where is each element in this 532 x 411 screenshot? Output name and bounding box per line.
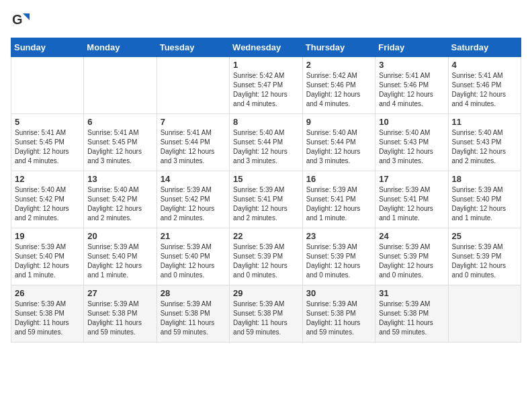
calendar-cell: 17Sunrise: 5:39 AM Sunset: 5:41 PM Dayli… — [375, 171, 448, 228]
calendar-cell: 28Sunrise: 5:39 AM Sunset: 5:38 PM Dayli… — [157, 285, 229, 342]
column-header-sunday: Sunday — [11, 38, 84, 57]
column-header-friday: Friday — [375, 38, 448, 57]
day-number: 28 — [161, 288, 226, 298]
day-info: Sunrise: 5:39 AM Sunset: 5:39 PM Dayligh… — [306, 242, 371, 280]
calendar-cell: 15Sunrise: 5:39 AM Sunset: 5:41 PM Dayli… — [230, 171, 303, 228]
day-info: Sunrise: 5:39 AM Sunset: 5:39 PM Dayligh… — [379, 242, 444, 280]
column-header-wednesday: Wednesday — [230, 38, 303, 57]
day-number: 22 — [233, 231, 299, 241]
day-number: 8 — [233, 117, 299, 127]
day-info: Sunrise: 5:39 AM Sunset: 5:38 PM Dayligh… — [306, 300, 371, 337]
calendar-cell: 27Sunrise: 5:39 AM Sunset: 5:38 PM Dayli… — [84, 285, 157, 342]
day-number: 5 — [15, 117, 80, 127]
column-header-tuesday: Tuesday — [157, 38, 229, 57]
day-number: 9 — [306, 117, 371, 127]
calendar-cell: 23Sunrise: 5:39 AM Sunset: 5:39 PM Dayli… — [302, 228, 375, 285]
day-info: Sunrise: 5:39 AM Sunset: 5:42 PM Dayligh… — [161, 185, 226, 223]
day-number: 6 — [87, 117, 152, 127]
day-number: 26 — [15, 288, 80, 298]
calendar-cell — [11, 57, 84, 114]
calendar-cell: 31Sunrise: 5:39 AM Sunset: 5:38 PM Dayli… — [375, 285, 448, 342]
day-number: 31 — [379, 288, 444, 298]
day-info: Sunrise: 5:39 AM Sunset: 5:38 PM Dayligh… — [233, 300, 299, 337]
calendar-header-row: SundayMondayTuesdayWednesdayThursdayFrid… — [11, 38, 521, 57]
calendar-table: SundayMondayTuesdayWednesdayThursdayFrid… — [11, 38, 521, 342]
day-info: Sunrise: 5:41 AM Sunset: 5:45 PM Dayligh… — [87, 128, 152, 166]
day-info: Sunrise: 5:41 AM Sunset: 5:46 PM Dayligh… — [379, 71, 444, 109]
day-info: Sunrise: 5:41 AM Sunset: 5:46 PM Dayligh… — [452, 71, 518, 109]
calendar-cell — [448, 285, 521, 342]
calendar-cell: 3Sunrise: 5:41 AM Sunset: 5:46 PM Daylig… — [375, 57, 448, 114]
day-info: Sunrise: 5:39 AM Sunset: 5:38 PM Dayligh… — [161, 300, 226, 337]
day-number: 10 — [379, 117, 444, 127]
calendar-cell: 1Sunrise: 5:42 AM Sunset: 5:47 PM Daylig… — [230, 57, 303, 114]
week-row-5: 26Sunrise: 5:39 AM Sunset: 5:38 PM Dayli… — [11, 285, 521, 342]
day-number: 11 — [452, 117, 518, 127]
calendar-cell: 11Sunrise: 5:40 AM Sunset: 5:43 PM Dayli… — [448, 114, 521, 171]
svg-marker-1 — [23, 13, 30, 20]
day-info: Sunrise: 5:40 AM Sunset: 5:44 PM Dayligh… — [306, 128, 371, 166]
column-header-monday: Monday — [84, 38, 157, 57]
calendar-cell: 5Sunrise: 5:41 AM Sunset: 5:45 PM Daylig… — [11, 114, 84, 171]
day-info: Sunrise: 5:39 AM Sunset: 5:39 PM Dayligh… — [452, 242, 518, 280]
day-number: 27 — [87, 288, 152, 298]
calendar-cell: 21Sunrise: 5:39 AM Sunset: 5:40 PM Dayli… — [157, 228, 229, 285]
calendar-cell: 13Sunrise: 5:40 AM Sunset: 5:42 PM Dayli… — [84, 171, 157, 228]
day-number: 4 — [452, 60, 518, 70]
calendar-cell: 7Sunrise: 5:41 AM Sunset: 5:44 PM Daylig… — [157, 114, 229, 171]
day-info: Sunrise: 5:39 AM Sunset: 5:41 PM Dayligh… — [379, 185, 444, 223]
day-info: Sunrise: 5:41 AM Sunset: 5:45 PM Dayligh… — [15, 128, 80, 166]
day-number: 18 — [452, 174, 518, 184]
calendar-cell: 20Sunrise: 5:39 AM Sunset: 5:40 PM Dayli… — [84, 228, 157, 285]
logo-icon: G — [11, 11, 30, 30]
day-info: Sunrise: 5:39 AM Sunset: 5:41 PM Dayligh… — [233, 185, 299, 223]
calendar-cell: 10Sunrise: 5:40 AM Sunset: 5:43 PM Dayli… — [375, 114, 448, 171]
week-row-2: 5Sunrise: 5:41 AM Sunset: 5:45 PM Daylig… — [11, 114, 521, 171]
calendar-cell: 24Sunrise: 5:39 AM Sunset: 5:39 PM Dayli… — [375, 228, 448, 285]
calendar-cell: 19Sunrise: 5:39 AM Sunset: 5:40 PM Dayli… — [11, 228, 84, 285]
calendar-cell: 16Sunrise: 5:39 AM Sunset: 5:41 PM Dayli… — [302, 171, 375, 228]
day-number: 25 — [452, 231, 518, 241]
calendar-cell — [84, 57, 157, 114]
day-number: 16 — [306, 174, 371, 184]
calendar-cell: 30Sunrise: 5:39 AM Sunset: 5:38 PM Dayli… — [302, 285, 375, 342]
day-info: Sunrise: 5:39 AM Sunset: 5:38 PM Dayligh… — [15, 300, 80, 337]
day-info: Sunrise: 5:39 AM Sunset: 5:40 PM Dayligh… — [15, 242, 80, 280]
day-number: 2 — [306, 60, 371, 70]
day-number: 3 — [379, 60, 444, 70]
day-info: Sunrise: 5:42 AM Sunset: 5:46 PM Dayligh… — [306, 71, 371, 109]
calendar-cell: 4Sunrise: 5:41 AM Sunset: 5:46 PM Daylig… — [448, 57, 521, 114]
day-info: Sunrise: 5:40 AM Sunset: 5:42 PM Dayligh… — [15, 185, 80, 223]
day-number: 1 — [233, 60, 299, 70]
day-number: 21 — [161, 231, 226, 241]
column-header-thursday: Thursday — [302, 38, 375, 57]
calendar-cell — [157, 57, 229, 114]
day-info: Sunrise: 5:40 AM Sunset: 5:42 PM Dayligh… — [87, 185, 152, 223]
calendar-cell: 22Sunrise: 5:39 AM Sunset: 5:39 PM Dayli… — [230, 228, 303, 285]
week-row-3: 12Sunrise: 5:40 AM Sunset: 5:42 PM Dayli… — [11, 171, 521, 228]
calendar-cell: 25Sunrise: 5:39 AM Sunset: 5:39 PM Dayli… — [448, 228, 521, 285]
day-info: Sunrise: 5:39 AM Sunset: 5:40 PM Dayligh… — [452, 185, 518, 223]
day-info: Sunrise: 5:39 AM Sunset: 5:39 PM Dayligh… — [233, 242, 299, 280]
day-info: Sunrise: 5:41 AM Sunset: 5:44 PM Dayligh… — [161, 128, 226, 166]
day-info: Sunrise: 5:42 AM Sunset: 5:47 PM Dayligh… — [233, 71, 299, 109]
week-row-4: 19Sunrise: 5:39 AM Sunset: 5:40 PM Dayli… — [11, 228, 521, 285]
calendar-cell: 9Sunrise: 5:40 AM Sunset: 5:44 PM Daylig… — [302, 114, 375, 171]
calendar-cell: 2Sunrise: 5:42 AM Sunset: 5:46 PM Daylig… — [302, 57, 375, 114]
calendar-cell: 18Sunrise: 5:39 AM Sunset: 5:40 PM Dayli… — [448, 171, 521, 228]
calendar-cell: 14Sunrise: 5:39 AM Sunset: 5:42 PM Dayli… — [157, 171, 229, 228]
day-info: Sunrise: 5:39 AM Sunset: 5:40 PM Dayligh… — [87, 242, 152, 280]
day-number: 24 — [379, 231, 444, 241]
day-number: 14 — [161, 174, 226, 184]
day-number: 7 — [161, 117, 226, 127]
day-info: Sunrise: 5:40 AM Sunset: 5:44 PM Dayligh… — [233, 128, 299, 166]
day-info: Sunrise: 5:39 AM Sunset: 5:40 PM Dayligh… — [161, 242, 226, 280]
day-number: 13 — [87, 174, 152, 184]
calendar-cell: 8Sunrise: 5:40 AM Sunset: 5:44 PM Daylig… — [230, 114, 303, 171]
day-number: 23 — [306, 231, 371, 241]
logo: G — [11, 11, 32, 30]
day-number: 15 — [233, 174, 299, 184]
day-info: Sunrise: 5:40 AM Sunset: 5:43 PM Dayligh… — [379, 128, 444, 166]
week-row-1: 1Sunrise: 5:42 AM Sunset: 5:47 PM Daylig… — [11, 57, 521, 114]
calendar-cell: 29Sunrise: 5:39 AM Sunset: 5:38 PM Dayli… — [230, 285, 303, 342]
